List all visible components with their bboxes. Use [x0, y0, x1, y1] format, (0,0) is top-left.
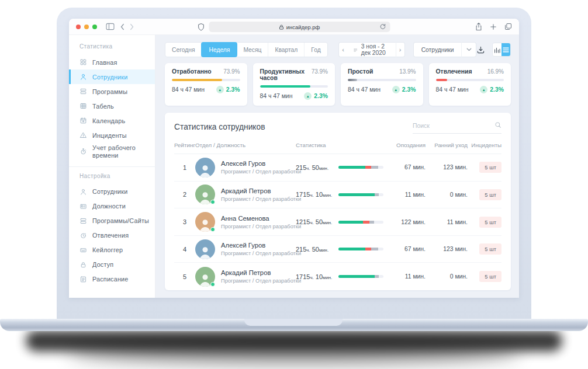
tab-today[interactable]: Сегодня: [165, 43, 202, 57]
warning-icon: [79, 131, 87, 139]
date-prev-button[interactable]: ‹: [338, 42, 348, 57]
sidebar-item-calendar[interactable]: Календарь: [69, 113, 155, 128]
sidebar-item-distractions[interactable]: Отвлечения: [69, 228, 155, 243]
lock-icon: [279, 25, 284, 30]
user-icon: [79, 188, 87, 196]
laptop-shadow-soft: [67, 342, 521, 363]
sidebar-item-employees[interactable]: Сотрудники: [69, 69, 155, 84]
tab-year[interactable]: Год: [305, 43, 327, 57]
sidebar-item-keylogger[interactable]: Кейлоггер: [69, 243, 155, 257]
back-icon[interactable]: [120, 23, 124, 30]
forward-icon[interactable]: [130, 23, 134, 30]
sidebar-item-label: Инциденты: [92, 132, 127, 139]
rank: 1: [174, 164, 195, 171]
sidebar-item-programs[interactable]: Программы: [69, 84, 155, 99]
table-row[interactable]: 2 Аркадий Петров Програмист / Отдел разр…: [174, 182, 501, 209]
sidebar-item-schedule[interactable]: Расписание: [69, 272, 155, 287]
rank: 3: [174, 218, 195, 225]
table-title: Статистика сотрудников: [174, 123, 265, 131]
view-toggle: [492, 43, 511, 57]
table-row[interactable]: 5 Аркадий Петров Програмист / Отдел разр…: [174, 263, 501, 290]
apps-icon: [79, 217, 87, 225]
sidebar-item-positions[interactable]: Должности: [69, 199, 155, 214]
calendar-icon: [79, 117, 87, 124]
online-status-dot: [210, 282, 215, 287]
statistics-cell: 215ч. 50мин.: [288, 164, 393, 171]
minimize-window-button[interactable]: [84, 25, 89, 29]
card-progress-fill: [436, 79, 448, 81]
stat-card-productive: Продуктивных часов 73.9% 84 ч 47 мин ▲ 2…: [253, 63, 335, 106]
time-worked: 1715ч. 10мин.: [296, 191, 333, 198]
sidebar-item-worktime[interactable]: Учет рабочего времени: [69, 142, 155, 161]
statistics-cell: 1715ч. 10мин.: [288, 191, 393, 198]
refresh-icon[interactable]: [380, 23, 386, 30]
sidebar-item-label: Программы/Сайты: [92, 217, 149, 224]
share-icon[interactable]: [475, 22, 482, 31]
date-range-button[interactable]: 3 ноя - 2 дек 2020: [347, 42, 395, 57]
sidebar-item-incidents[interactable]: Инциденты: [69, 128, 155, 142]
card-progress-track: [436, 79, 504, 81]
tab-quarter[interactable]: Квартал: [268, 43, 305, 57]
card-progress-track: [260, 85, 328, 88]
statistics-cell: 215ч. 50мин.: [288, 246, 393, 253]
table-row[interactable]: 1 Алексей Гуров Програмист / Отдел разра…: [174, 154, 501, 182]
sidebar-item-timesheet[interactable]: Табель: [69, 99, 155, 113]
card-percent: 16.9%: [487, 68, 504, 75]
activity-bar: [338, 248, 383, 250]
table-icon: [79, 102, 87, 110]
card-value: 84 ч 47 мин: [172, 86, 205, 93]
table-row[interactable]: 4 Алексей Гуров Програмист / Отдел разра…: [174, 236, 501, 263]
sidebar-item-label: Должности: [92, 203, 126, 210]
user-icon: [79, 73, 87, 81]
download-icon[interactable]: [476, 46, 485, 54]
employees-table-card: Статистика сотрудников Рейтинг Отдел / Д…: [165, 113, 511, 290]
sidebar-item-home[interactable]: Главная: [69, 55, 155, 69]
card-percent: 73.9%: [312, 68, 328, 75]
tab-month[interactable]: Месяц: [237, 43, 268, 57]
late-minutes: 11 мин.: [393, 192, 426, 198]
main-content: Сегодня Неделя Месяц Квартал Год ‹ 3 ноя…: [155, 35, 519, 298]
fullscreen-window-button[interactable]: [92, 25, 97, 29]
late-minutes: 67 мин.: [393, 246, 426, 252]
sidebar-item-employees-settings[interactable]: Сотрудники: [69, 184, 155, 199]
table-column-headers: Рейтинг Отдел / Должность Статистика Опо…: [174, 139, 501, 154]
list-view-button[interactable]: [501, 43, 510, 56]
employee-cell: Алексей Гуров Програмист / Отдел разрабо…: [195, 239, 288, 259]
address-bar[interactable]: инсайдер.рф: [209, 22, 390, 32]
activity-bar: [338, 275, 383, 278]
tabs-overview-icon[interactable]: [504, 23, 512, 30]
early-leave-minutes: 123 мин.: [426, 164, 468, 170]
sidebar-item-label: Расписание: [92, 276, 129, 283]
chart-view-button[interactable]: [493, 43, 501, 56]
entity-filter-select[interactable]: Сотрудники: [413, 42, 477, 57]
search-icon[interactable]: [494, 120, 501, 131]
card-title: Простой: [348, 68, 373, 75]
rank: 2: [174, 191, 195, 198]
stat-card-idle: Простой 13.9% 84 ч 47 мин ▲ 2.3%: [341, 63, 423, 106]
bar-chart-icon: [493, 46, 501, 54]
sidebar-item-programs-sites[interactable]: Программы/Сайты: [69, 214, 155, 228]
arrow-up-icon: ▲: [392, 86, 400, 93]
sidebar-toggle-icon[interactable]: [106, 23, 115, 30]
sidebar-item-access[interactable]: Доступ: [69, 257, 155, 272]
incidents-badge: 5 шт: [479, 271, 501, 282]
tab-week[interactable]: Неделя: [201, 42, 237, 57]
sidebar-item-label: Программы: [92, 88, 127, 95]
shield-icon[interactable]: [198, 23, 205, 31]
date-range-label: 3 ноя - 2 дек 2020: [361, 43, 389, 56]
dashboard-icon: [79, 58, 87, 66]
calendar-grid-icon: [354, 47, 357, 53]
early-leave-minutes: 0 мин.: [426, 273, 468, 280]
arrow-up-icon: ▲: [216, 86, 224, 93]
close-window-button[interactable]: [76, 25, 81, 29]
col-late: Опоздания: [393, 142, 426, 148]
rank: 5: [174, 273, 195, 280]
table-row[interactable]: 3 Анна Семенова Програмист / Отдел разра…: [174, 208, 501, 236]
date-next-button[interactable]: ›: [396, 42, 405, 57]
new-tab-icon[interactable]: [490, 23, 497, 30]
period-tabs: Сегодня Неделя Месяц Квартал Год: [165, 42, 328, 57]
card-change: ▲ 2.3%: [392, 86, 416, 93]
card-change: ▲ 2.3%: [304, 92, 328, 100]
search-input[interactable]: [413, 123, 494, 129]
incidents-cell: 5 шт: [468, 243, 501, 255]
